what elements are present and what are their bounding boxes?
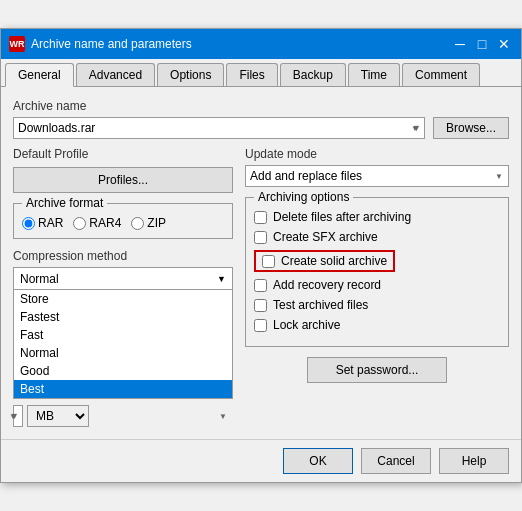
test-files-label: Test archived files [273,298,368,312]
dictionary-row: ▼ MB KB GB [13,405,233,427]
tab-general[interactable]: General [5,63,74,87]
compression-item-good[interactable]: Good [14,362,232,380]
tab-time[interactable]: Time [348,63,400,86]
create-solid-label: Create solid archive [281,254,387,268]
format-rar-label: RAR [38,216,63,230]
lock-archive-checkbox[interactable] [254,319,267,332]
help-button[interactable]: Help [439,448,509,474]
right-column: Update mode Add and replace files Update… [245,147,509,427]
compression-dropdown: Normal ▼ Store Fastest Fast Normal Good … [13,267,233,399]
compression-item-best[interactable]: Best [14,380,232,398]
compression-items: Store Fastest Fast Normal Good Best [14,290,232,398]
option-delete-files: Delete files after archiving [254,210,500,224]
main-content: Archive name ▼ Browse... Default Profile… [1,87,521,439]
dict-unit-wrapper: MB KB GB [27,405,233,427]
close-button[interactable]: ✕ [495,35,513,53]
ok-button[interactable]: OK [283,448,353,474]
delete-files-label: Delete files after archiving [273,210,411,224]
archiving-options-content: Delete files after archiving Create SFX … [254,210,500,332]
update-mode-select[interactable]: Add and replace files Update and add fil… [245,165,509,187]
compression-item-store[interactable]: Store [14,290,232,308]
archiving-options-title: Archiving options [254,190,353,204]
tab-files[interactable]: Files [226,63,277,86]
minimize-button[interactable]: ─ [451,35,469,53]
tab-backup[interactable]: Backup [280,63,346,86]
maximize-button[interactable]: □ [473,35,491,53]
option-lock-archive: Lock archive [254,318,500,332]
dict-input-wrapper: ▼ [13,405,23,427]
archive-format-options: RAR RAR4 ZIP [22,216,224,230]
create-sfx-label: Create SFX archive [273,230,378,244]
delete-files-checkbox[interactable] [254,211,267,224]
compression-label: Compression method [13,249,233,263]
window-title: Archive name and parameters [31,37,451,51]
tab-advanced[interactable]: Advanced [76,63,155,86]
format-zip-radio[interactable] [131,217,144,230]
format-rar4-label: RAR4 [89,216,121,230]
browse-button[interactable]: Browse... [433,117,509,139]
option-create-sfx: Create SFX archive [254,230,500,244]
cancel-button[interactable]: Cancel [361,448,431,474]
update-mode-wrapper: Add and replace files Update and add fil… [245,165,509,187]
two-col-layout: Default Profile Profiles... Archive form… [13,147,509,427]
compression-item-fast[interactable]: Fast [14,326,232,344]
add-recovery-checkbox[interactable] [254,279,267,292]
format-zip-label: ZIP [147,216,166,230]
tab-options[interactable]: Options [157,63,224,86]
profiles-button[interactable]: Profiles... [13,167,233,193]
format-rar-radio[interactable] [22,217,35,230]
dictionary-unit-select[interactable]: MB KB GB [27,405,89,427]
left-column: Default Profile Profiles... Archive form… [13,147,233,427]
create-solid-checkbox[interactable] [262,255,275,268]
compression-item-fastest[interactable]: Fastest [14,308,232,326]
archive-name-input[interactable] [13,117,425,139]
tab-comment[interactable]: Comment [402,63,480,86]
option-test-files: Test archived files [254,298,500,312]
archive-name-label: Archive name [13,99,425,113]
compression-section: Compression method Normal ▼ Store Fastes… [13,249,233,399]
compression-arrow-icon: ▼ [217,274,226,284]
compression-item-normal[interactable]: Normal [14,344,232,362]
main-window: WR Archive name and parameters ─ □ ✕ Gen… [0,28,522,483]
format-zip-item[interactable]: ZIP [131,216,166,230]
add-recovery-label: Add recovery record [273,278,381,292]
archive-name-wrapper: ▼ [13,117,425,139]
archiving-options-group: Archiving options Delete files after arc… [245,197,509,347]
bottom-buttons: OK Cancel Help [1,439,521,482]
archive-format-group: Archive format RAR RAR4 ZIP [13,203,233,239]
create-sfx-checkbox[interactable] [254,231,267,244]
compression-header[interactable]: Normal ▼ [14,268,232,290]
default-profile-label: Default Profile [13,147,233,161]
tab-bar: General Advanced Options Files Backup Ti… [1,59,521,87]
compression-current-value: Normal [20,272,59,286]
format-rar-item[interactable]: RAR [22,216,63,230]
option-create-solid: Create solid archive [254,250,500,272]
create-solid-highlight-box: Create solid archive [254,250,395,272]
test-files-checkbox[interactable] [254,299,267,312]
dictionary-input[interactable] [13,405,23,427]
archive-format-title: Archive format [22,196,107,210]
format-rar4-radio[interactable] [73,217,86,230]
option-add-recovery: Add recovery record [254,278,500,292]
title-bar: WR Archive name and parameters ─ □ ✕ [1,29,521,59]
set-password-button[interactable]: Set password... [307,357,447,383]
lock-archive-label: Lock archive [273,318,340,332]
update-mode-label: Update mode [245,147,509,161]
title-bar-buttons: ─ □ ✕ [451,35,513,53]
app-icon: WR [9,36,25,52]
format-rar4-item[interactable]: RAR4 [73,216,121,230]
